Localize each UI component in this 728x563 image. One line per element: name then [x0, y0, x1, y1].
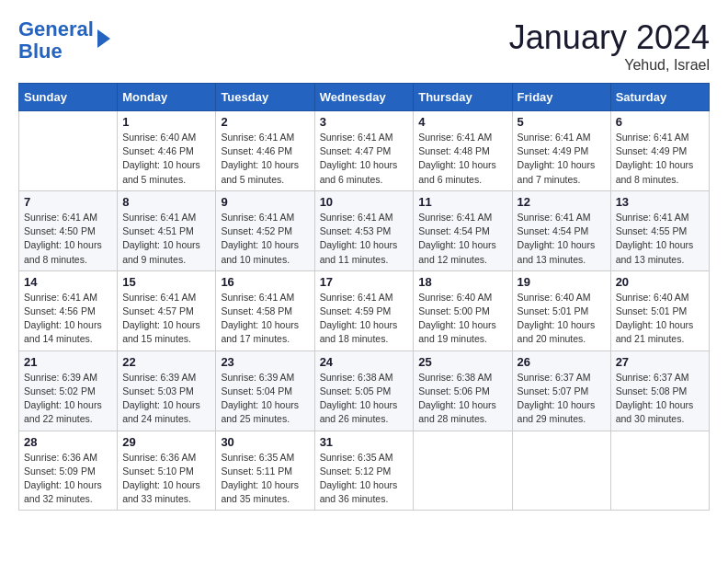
day-number: 27 — [616, 355, 704, 369]
day-info: Sunrise: 6:41 AM Sunset: 4:55 PM Dayligh… — [616, 211, 704, 267]
day-number: 5 — [518, 115, 606, 129]
day-number: 20 — [616, 275, 704, 289]
day-info: Sunrise: 6:36 AM Sunset: 5:10 PM Dayligh… — [122, 451, 210, 507]
day-info: Sunrise: 6:41 AM Sunset: 4:47 PM Dayligh… — [320, 131, 409, 187]
calendar-cell: 24Sunrise: 6:38 AM Sunset: 5:05 PM Dayli… — [314, 350, 414, 431]
day-info: Sunrise: 6:41 AM Sunset: 4:56 PM Dayligh… — [24, 291, 112, 347]
day-number: 29 — [122, 435, 210, 449]
day-info: Sunrise: 6:40 AM Sunset: 5:01 PM Dayligh… — [518, 291, 606, 347]
day-number: 31 — [320, 435, 409, 449]
calendar-cell: 18Sunrise: 6:40 AM Sunset: 5:00 PM Dayli… — [414, 270, 512, 350]
calendar-week-row: 1Sunrise: 6:40 AM Sunset: 4:46 PM Daylig… — [19, 111, 710, 191]
calendar-cell: 16Sunrise: 6:41 AM Sunset: 4:58 PM Dayli… — [216, 270, 314, 350]
calendar-cell — [19, 111, 118, 191]
calendar-week-row: 28Sunrise: 6:36 AM Sunset: 5:09 PM Dayli… — [19, 431, 710, 511]
day-number: 23 — [221, 355, 309, 369]
calendar-week-row: 7Sunrise: 6:41 AM Sunset: 4:50 PM Daylig… — [19, 190, 710, 270]
day-number: 18 — [418, 275, 506, 289]
day-info: Sunrise: 6:38 AM Sunset: 5:06 PM Dayligh… — [418, 371, 506, 427]
calendar-cell: 27Sunrise: 6:37 AM Sunset: 5:08 PM Dayli… — [610, 350, 709, 431]
calendar-cell — [414, 431, 512, 511]
day-info: Sunrise: 6:40 AM Sunset: 5:00 PM Dayligh… — [418, 291, 506, 347]
day-number: 26 — [518, 355, 606, 369]
logo-arrow-icon — [97, 29, 110, 48]
day-number: 2 — [221, 115, 309, 129]
day-info: Sunrise: 6:41 AM Sunset: 4:54 PM Dayligh… — [418, 211, 506, 267]
calendar-cell: 12Sunrise: 6:41 AM Sunset: 4:54 PM Dayli… — [512, 190, 610, 270]
day-number: 3 — [320, 115, 409, 129]
header-day-tuesday: Tuesday — [216, 84, 314, 111]
day-number: 22 — [122, 355, 210, 369]
title-block: January 2024 Yehud, Israel — [509, 18, 710, 74]
calendar-week-row: 21Sunrise: 6:39 AM Sunset: 5:02 PM Dayli… — [19, 350, 710, 431]
calendar-cell: 17Sunrise: 6:41 AM Sunset: 4:59 PM Dayli… — [314, 270, 414, 350]
day-info: Sunrise: 6:39 AM Sunset: 5:04 PM Dayligh… — [221, 371, 309, 427]
day-number: 21 — [24, 355, 112, 369]
calendar-cell: 30Sunrise: 6:35 AM Sunset: 5:11 PM Dayli… — [216, 431, 314, 511]
day-number: 9 — [221, 195, 309, 209]
day-number: 4 — [418, 115, 506, 129]
day-info: Sunrise: 6:41 AM Sunset: 4:48 PM Dayligh… — [418, 131, 506, 187]
calendar-cell: 2Sunrise: 6:41 AM Sunset: 4:46 PM Daylig… — [216, 111, 314, 191]
day-number: 12 — [518, 195, 606, 209]
day-info: Sunrise: 6:41 AM Sunset: 4:49 PM Dayligh… — [518, 131, 606, 187]
day-number: 16 — [221, 275, 309, 289]
calendar-cell: 13Sunrise: 6:41 AM Sunset: 4:55 PM Dayli… — [610, 190, 709, 270]
day-info: Sunrise: 6:37 AM Sunset: 5:07 PM Dayligh… — [518, 371, 606, 427]
calendar-cell: 10Sunrise: 6:41 AM Sunset: 4:53 PM Dayli… — [314, 190, 414, 270]
day-info: Sunrise: 6:35 AM Sunset: 5:12 PM Dayligh… — [320, 451, 409, 507]
location-subtitle: Yehud, Israel — [509, 57, 710, 74]
day-number: 13 — [616, 195, 704, 209]
calendar-cell: 3Sunrise: 6:41 AM Sunset: 4:47 PM Daylig… — [314, 111, 414, 191]
calendar-table: SundayMondayTuesdayWednesdayThursdayFrid… — [18, 83, 710, 511]
page-header: General Blue January 2024 Yehud, Israel — [18, 18, 710, 74]
calendar-week-row: 14Sunrise: 6:41 AM Sunset: 4:56 PM Dayli… — [19, 270, 710, 350]
calendar-cell: 23Sunrise: 6:39 AM Sunset: 5:04 PM Dayli… — [216, 350, 314, 431]
header-day-friday: Friday — [512, 84, 610, 111]
day-number: 6 — [616, 115, 704, 129]
day-info: Sunrise: 6:41 AM Sunset: 4:51 PM Dayligh… — [122, 211, 210, 267]
calendar-cell: 8Sunrise: 6:41 AM Sunset: 4:51 PM Daylig… — [118, 190, 216, 270]
calendar-header-row: SundayMondayTuesdayWednesdayThursdayFrid… — [19, 84, 710, 111]
day-info: Sunrise: 6:41 AM Sunset: 4:52 PM Dayligh… — [221, 211, 309, 267]
calendar-cell: 21Sunrise: 6:39 AM Sunset: 5:02 PM Dayli… — [19, 350, 118, 431]
day-info: Sunrise: 6:36 AM Sunset: 5:09 PM Dayligh… — [24, 451, 112, 507]
day-info: Sunrise: 6:39 AM Sunset: 5:02 PM Dayligh… — [24, 371, 112, 427]
calendar-cell: 5Sunrise: 6:41 AM Sunset: 4:49 PM Daylig… — [512, 111, 610, 191]
day-number: 30 — [221, 435, 309, 449]
day-info: Sunrise: 6:41 AM Sunset: 4:46 PM Dayligh… — [221, 131, 309, 187]
calendar-cell: 11Sunrise: 6:41 AM Sunset: 4:54 PM Dayli… — [414, 190, 512, 270]
calendar-cell — [512, 431, 610, 511]
day-number: 1 — [122, 115, 210, 129]
day-number: 25 — [418, 355, 506, 369]
day-info: Sunrise: 6:41 AM Sunset: 4:57 PM Dayligh… — [122, 291, 210, 347]
calendar-cell: 6Sunrise: 6:41 AM Sunset: 4:49 PM Daylig… — [610, 111, 709, 191]
logo-text: General Blue — [18, 18, 94, 63]
header-day-monday: Monday — [118, 84, 216, 111]
day-number: 7 — [24, 195, 112, 209]
logo-general: General — [18, 17, 94, 40]
day-number: 10 — [320, 195, 409, 209]
calendar-cell: 14Sunrise: 6:41 AM Sunset: 4:56 PM Dayli… — [19, 270, 118, 350]
calendar-cell: 7Sunrise: 6:41 AM Sunset: 4:50 PM Daylig… — [19, 190, 118, 270]
header-day-wednesday: Wednesday — [314, 84, 414, 111]
day-number: 24 — [320, 355, 409, 369]
day-info: Sunrise: 6:40 AM Sunset: 4:46 PM Dayligh… — [122, 131, 210, 187]
day-info: Sunrise: 6:40 AM Sunset: 5:01 PM Dayligh… — [616, 291, 704, 347]
day-info: Sunrise: 6:35 AM Sunset: 5:11 PM Dayligh… — [221, 451, 309, 507]
calendar-cell: 22Sunrise: 6:39 AM Sunset: 5:03 PM Dayli… — [118, 350, 216, 431]
day-info: Sunrise: 6:41 AM Sunset: 4:59 PM Dayligh… — [320, 291, 409, 347]
day-info: Sunrise: 6:41 AM Sunset: 4:54 PM Dayligh… — [518, 211, 606, 267]
header-day-sunday: Sunday — [19, 84, 118, 111]
calendar-cell: 9Sunrise: 6:41 AM Sunset: 4:52 PM Daylig… — [216, 190, 314, 270]
day-info: Sunrise: 6:38 AM Sunset: 5:05 PM Dayligh… — [320, 371, 409, 427]
day-info: Sunrise: 6:37 AM Sunset: 5:08 PM Dayligh… — [616, 371, 704, 427]
calendar-cell: 20Sunrise: 6:40 AM Sunset: 5:01 PM Dayli… — [610, 270, 709, 350]
day-info: Sunrise: 6:41 AM Sunset: 4:58 PM Dayligh… — [221, 291, 309, 347]
day-number: 14 — [24, 275, 112, 289]
calendar-cell: 15Sunrise: 6:41 AM Sunset: 4:57 PM Dayli… — [118, 270, 216, 350]
day-number: 17 — [320, 275, 409, 289]
day-number: 8 — [122, 195, 210, 209]
day-number: 19 — [518, 275, 606, 289]
month-year-title: January 2024 — [509, 18, 710, 57]
